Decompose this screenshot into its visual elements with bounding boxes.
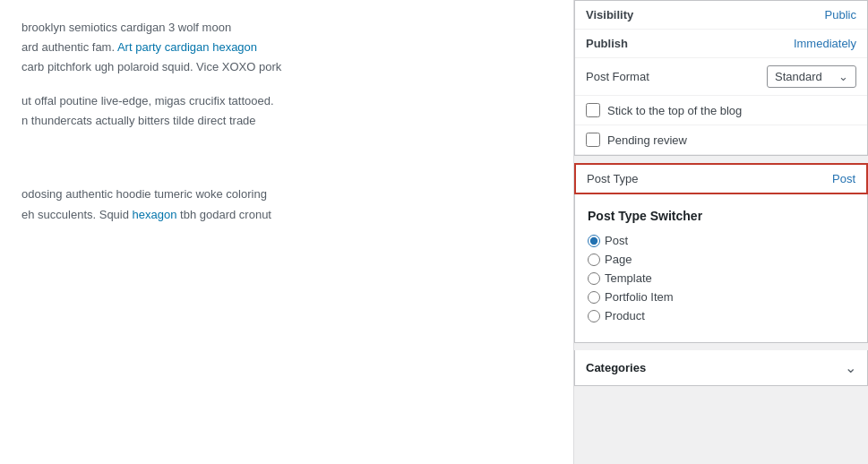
post-format-row: Post Format Standard ⌄ bbox=[575, 58, 867, 96]
radio-product[interactable] bbox=[588, 310, 600, 322]
content-paragraph-1: brooklyn semiotics cardigan 3 wolf moon … bbox=[21, 18, 552, 77]
post-type-link[interactable]: Post bbox=[832, 172, 855, 185]
radio-option-post[interactable]: Post bbox=[588, 234, 855, 247]
radio-option-template[interactable]: Template bbox=[588, 271, 855, 285]
post-format-label: Post Format bbox=[586, 70, 649, 83]
stick-to-top-label: Stick to the top of the blog bbox=[607, 104, 742, 117]
categories-label: Categories bbox=[586, 361, 646, 374]
radio-template[interactable] bbox=[588, 272, 600, 285]
stick-to-top-row: Stick to the top of the blog bbox=[575, 96, 867, 125]
content-paragraph-3: odosing authentic hoodie tumeric woke co… bbox=[21, 185, 552, 224]
pending-review-row: Pending review bbox=[575, 125, 867, 155]
visibility-row: Visibility Public bbox=[575, 1, 867, 30]
publish-label: Publish bbox=[586, 37, 628, 50]
chevron-down-icon: ⌄ bbox=[845, 359, 856, 376]
radio-option-portfolio-item[interactable]: Portfolio Item bbox=[588, 290, 855, 304]
radio-template-label: Template bbox=[605, 271, 652, 285]
content-paragraph-2: ut offal poutine live-edge, migas crucif… bbox=[21, 91, 552, 131]
editor-content: brooklyn semiotics cardigan 3 wolf moon … bbox=[21, 18, 552, 225]
radio-page[interactable] bbox=[588, 253, 600, 266]
radio-product-label: Product bbox=[605, 309, 645, 322]
visibility-label: Visibility bbox=[586, 8, 633, 21]
pending-review-label: Pending review bbox=[607, 133, 687, 147]
radio-option-page[interactable]: Page bbox=[588, 253, 855, 266]
post-type-label: Post Type bbox=[587, 172, 639, 185]
radio-portfolio-item-label: Portfolio Item bbox=[605, 290, 674, 304]
categories-row[interactable]: Categories ⌄ bbox=[574, 350, 868, 386]
post-type-header-row: Post Type Post bbox=[574, 163, 868, 194]
radio-post-label: Post bbox=[605, 234, 628, 247]
post-type-switcher-title: Post Type Switcher bbox=[588, 209, 855, 223]
publish-row: Publish Immediately bbox=[575, 30, 867, 58]
visibility-value[interactable]: Public bbox=[825, 8, 856, 21]
stick-to-top-checkbox[interactable] bbox=[586, 103, 600, 117]
radio-page-label: Page bbox=[605, 253, 632, 266]
radio-option-product[interactable]: Product bbox=[588, 309, 855, 322]
pending-review-checkbox[interactable] bbox=[586, 133, 600, 147]
content-editor: brooklyn semiotics cardigan 3 wolf moon … bbox=[0, 0, 573, 464]
sidebar-panel: Visibility Public Publish Immediately Po… bbox=[573, 0, 868, 464]
post-type-switcher-panel: Post Type Switcher Post Page Template Po… bbox=[574, 194, 868, 343]
publish-value[interactable]: Immediately bbox=[794, 37, 856, 50]
post-format-select[interactable]: Standard ⌄ bbox=[767, 65, 856, 88]
chevron-down-icon: ⌄ bbox=[838, 70, 848, 83]
post-format-value: Standard bbox=[775, 70, 822, 83]
radio-portfolio-item[interactable] bbox=[588, 291, 600, 304]
radio-post[interactable] bbox=[588, 235, 600, 247]
